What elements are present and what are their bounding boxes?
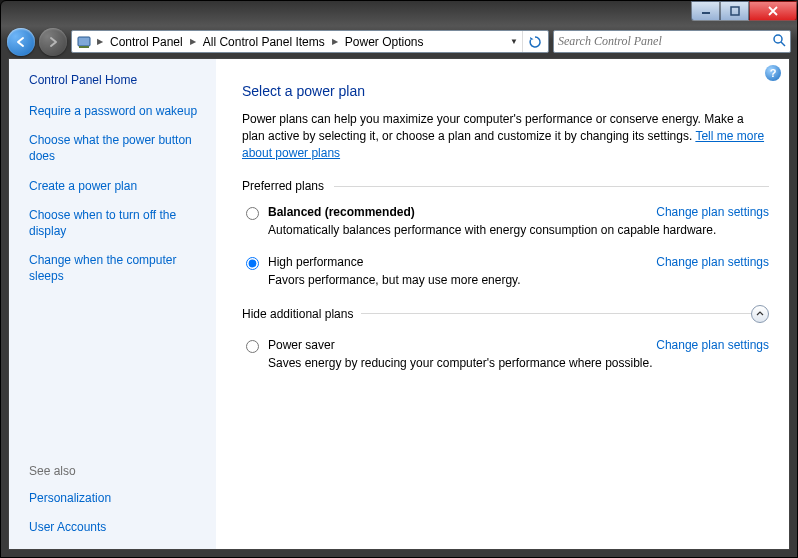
plan-balanced-radio[interactable]	[246, 207, 259, 220]
breadcrumb-item[interactable]: All Control Panel Items	[199, 31, 329, 52]
content-area: Control Panel Home Require a password on…	[8, 58, 790, 550]
help-icon[interactable]: ?	[765, 65, 781, 81]
page-title: Select a power plan	[242, 83, 769, 99]
sidebar-task-password[interactable]: Require a password on wakeup	[29, 103, 204, 119]
window-frame: ▶ Control Panel ▶ All Control Panel Item…	[0, 0, 798, 558]
address-dropdown-icon[interactable]: ▼	[506, 31, 522, 52]
plan-high-performance: Change plan settings High performance Fa…	[242, 249, 769, 299]
see-also-section: See also Personalization User Accounts	[29, 464, 204, 539]
svg-line-5	[781, 42, 785, 46]
refresh-button[interactable]	[522, 31, 546, 52]
sidebar-task-power-button[interactable]: Choose what the power button does	[29, 132, 204, 164]
plan-description: Automatically balances performance with …	[268, 223, 769, 237]
breadcrumb-chevron-icon[interactable]: ▶	[331, 37, 339, 46]
preferred-plans-legend: Preferred plans	[242, 179, 334, 193]
breadcrumb-item[interactable]: Control Panel	[106, 31, 187, 52]
navigation-row: ▶ Control Panel ▶ All Control Panel Item…	[1, 25, 797, 58]
additional-plans-toggle-row: Hide additional plans	[242, 313, 769, 332]
see-also-user-accounts[interactable]: User Accounts	[29, 519, 204, 535]
breadcrumb-item[interactable]: Power Options	[341, 31, 428, 52]
plan-power-saver: Change plan settings Power saver Saves e…	[242, 332, 769, 382]
minimize-button[interactable]	[691, 1, 720, 21]
svg-rect-3	[79, 46, 89, 48]
address-bar[interactable]: ▶ Control Panel ▶ All Control Panel Item…	[71, 30, 549, 53]
see-also-personalization[interactable]: Personalization	[29, 490, 204, 506]
collapse-icon[interactable]	[751, 305, 769, 323]
see-also-header: See also	[29, 464, 204, 478]
svg-rect-0	[702, 12, 710, 14]
preferred-plans-group: Preferred plans Change plan settings Bal…	[242, 179, 769, 299]
maximize-button[interactable]	[720, 1, 749, 21]
sidebar: Control Panel Home Require a password on…	[9, 59, 216, 549]
breadcrumb-chevron-icon[interactable]: ▶	[189, 37, 197, 46]
sidebar-task-sleep[interactable]: Change when the computer sleeps	[29, 252, 204, 284]
main-panel: ? Select a power plan Power plans can he…	[216, 59, 789, 549]
plan-description: Saves energy by reducing your computer's…	[268, 356, 769, 370]
change-settings-link[interactable]: Change plan settings	[656, 205, 769, 219]
control-panel-icon	[76, 34, 92, 50]
page-description: Power plans can help you maximize your c…	[242, 111, 769, 161]
hide-additional-plans-label[interactable]: Hide additional plans	[242, 307, 361, 321]
window-controls	[691, 1, 797, 21]
svg-rect-1	[731, 7, 739, 15]
title-bar[interactable]	[1, 1, 797, 25]
svg-point-4	[774, 35, 782, 43]
change-settings-link[interactable]: Change plan settings	[656, 338, 769, 352]
search-icon[interactable]	[772, 33, 786, 50]
breadcrumb-chevron-icon[interactable]: ▶	[96, 37, 104, 46]
control-panel-home-link[interactable]: Control Panel Home	[29, 73, 204, 87]
back-button[interactable]	[7, 28, 35, 56]
change-settings-link[interactable]: Change plan settings	[656, 255, 769, 269]
plan-high-performance-radio[interactable]	[246, 257, 259, 270]
sidebar-task-display-off[interactable]: Choose when to turn off the display	[29, 207, 204, 239]
plan-balanced: Change plan settings Balanced (recommend…	[242, 199, 769, 249]
forward-button[interactable]	[39, 28, 67, 56]
plan-description: Favors performance, but may use more ene…	[268, 273, 769, 287]
svg-rect-2	[78, 37, 90, 46]
search-box[interactable]	[553, 30, 791, 53]
plan-power-saver-radio[interactable]	[246, 340, 259, 353]
close-button[interactable]	[749, 1, 797, 21]
description-text: Power plans can help you maximize your c…	[242, 112, 744, 143]
sidebar-task-create-plan[interactable]: Create a power plan	[29, 178, 204, 194]
plan-title[interactable]: Balanced (recommended)	[268, 205, 415, 219]
plan-title[interactable]: High performance	[268, 255, 363, 269]
plan-title[interactable]: Power saver	[268, 338, 335, 352]
search-input[interactable]	[558, 34, 772, 49]
